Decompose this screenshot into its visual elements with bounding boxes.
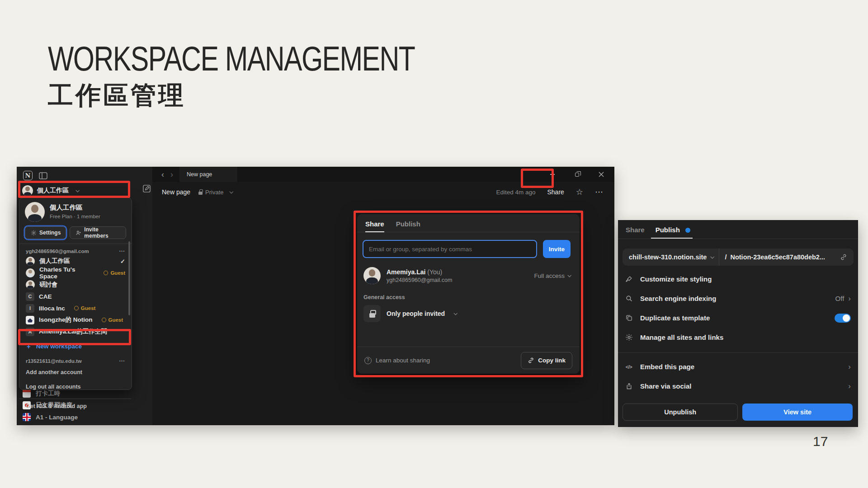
account-email: r13521611@ntu.edu.tw — [26, 358, 82, 364]
menu-item-manage-sites[interactable]: Manage all sites and links — [618, 328, 858, 347]
workspace-item-label: Isongzhe的 Notion — [39, 316, 93, 324]
uk-flag-icon — [23, 413, 31, 421]
favorite-star-icon[interactable]: ☆ — [576, 187, 583, 197]
site-domain: chill-stew-310.notion.site — [629, 253, 707, 261]
more-icon[interactable]: ⋯ — [595, 187, 604, 197]
privacy-label: Private — [205, 189, 223, 196]
tab-new-page[interactable]: New page — [179, 167, 237, 182]
dialog-tab-share[interactable]: Share — [365, 220, 384, 232]
member-email: ygh24865960@gmail.com — [387, 277, 452, 283]
new-workspace-label: New workspace — [36, 343, 82, 350]
divider — [618, 352, 858, 353]
workspace-item-personal[interactable]: 個人工作區 ✓ — [19, 255, 132, 267]
workspace-item-seminar[interactable]: 研討會 — [19, 279, 132, 291]
workspace-item-isongzhe[interactable]: Isongzhe的 Notion Guest — [19, 314, 132, 326]
help-icon: ? — [364, 357, 372, 364]
member-name: Amemiya.Lai — [387, 268, 425, 276]
indexing-status: Off — [835, 295, 844, 302]
account-row-primary: ygh24865960@gmail.com ⋯ — [19, 244, 132, 255]
access-level-dropdown[interactable]: Full access — [534, 272, 571, 279]
maximize-button[interactable] — [574, 171, 580, 178]
new-page-compose-icon[interactable] — [142, 184, 151, 193]
menu-item-label: Duplicate as template — [640, 314, 710, 322]
workspace-switcher[interactable]: 個人工作區 — [17, 182, 152, 200]
dialog-tab-publish[interactable]: Publish — [396, 220, 420, 232]
link-icon — [528, 357, 534, 364]
member-you-suffix: (You) — [427, 268, 442, 276]
get-app-item[interactable]: Get iOS & Android app — [19, 399, 132, 413]
slide-title-english: WORKSPACE MANAGEMENT — [48, 42, 415, 76]
minimize-button[interactable] — [549, 171, 556, 178]
divider — [618, 239, 858, 239]
site-path-field[interactable]: / Notion-23ea6c5ec87a80deb2... — [719, 253, 839, 261]
back-icon[interactable]: ‹ — [161, 170, 164, 178]
privacy-selector[interactable]: Private — [198, 189, 232, 196]
slide-title-chinese: 工作區管理 — [48, 79, 506, 113]
duplicate-icon — [624, 314, 633, 323]
sidebar-toggle-icon[interactable] — [39, 172, 47, 179]
gear-icon — [30, 230, 37, 236]
menu-item-label: Embed this page — [640, 363, 694, 371]
close-button[interactable] — [598, 171, 604, 178]
sidebar-page-label: A1 - Language — [36, 414, 78, 421]
duplicate-template-toggle[interactable] — [835, 314, 851, 323]
guest-badge: Guest — [104, 270, 125, 276]
guest-badge: Guest — [74, 305, 96, 311]
tab-label: New page — [187, 171, 212, 178]
account-row-secondary: r13521611@ntu.edu.tw ⋯ — [19, 352, 132, 365]
menu-item-duplicate-template[interactable]: Duplicate as template — [618, 308, 858, 328]
menu-item-share-social[interactable]: Share via social › — [618, 376, 858, 396]
published-live-dot — [685, 228, 690, 233]
workspace-item-charles[interactable]: Charles Tu's Space Guest — [19, 267, 132, 279]
logout-item[interactable]: Log out all accounts — [19, 380, 132, 394]
invite-members-button[interactable]: Invite members — [70, 226, 126, 239]
unpublish-button[interactable]: Unpublish — [623, 404, 738, 421]
chevron-right-icon: › — [848, 382, 851, 391]
code-icon: </> — [624, 362, 633, 371]
workspace-switcher-label: 個人工作區 — [37, 187, 69, 195]
settings-button[interactable]: Settings — [25, 226, 66, 239]
panel-tab-share[interactable]: Share — [626, 226, 645, 239]
scrollbar[interactable] — [128, 241, 130, 315]
link-icon[interactable] — [839, 253, 848, 262]
view-site-button[interactable]: View site — [742, 404, 853, 421]
menu-item-label: Manage all sites and links — [640, 333, 723, 341]
menu-item-label: Customize site styling — [640, 275, 712, 283]
workspace-item-tile: A — [26, 328, 34, 336]
settings-label: Settings — [39, 230, 61, 236]
add-account-item[interactable]: Add another account — [19, 365, 132, 380]
learn-about-sharing-link[interactable]: ? Learn about sharing — [364, 357, 430, 364]
search-icon — [624, 294, 633, 303]
copy-link-button[interactable]: Copy link — [521, 352, 572, 369]
workspace-item-tile — [26, 316, 34, 324]
workspace-item-avatar — [26, 257, 35, 266]
menu-item-search-indexing[interactable]: Search engine indexing Off › — [618, 289, 858, 308]
workspace-item-amemiya[interactable]: A Amemiya.Lai的工作空間 — [19, 326, 132, 338]
gear-icon — [624, 333, 633, 342]
invite-button[interactable]: Invite — [543, 240, 571, 258]
workspace-item-label: Charles Tu's Space — [39, 266, 94, 280]
general-access-row[interactable]: Only people invited — [357, 300, 580, 322]
general-access-label: General access — [357, 284, 580, 300]
menu-item-customize-styling[interactable]: Customize site styling — [618, 269, 858, 289]
workspace-menu-avatar — [25, 202, 45, 222]
workspace-menu: 個人工作區 Free Plan · 1 member Settings — [19, 197, 132, 390]
workspace-item-tile: I — [26, 304, 34, 313]
more-icon[interactable]: ⋯ — [119, 357, 125, 364]
menu-item-embed-page[interactable]: </> Embed this page › — [618, 357, 858, 376]
edited-timestamp: Edited 4m ago — [496, 189, 535, 196]
chevron-down-icon — [711, 255, 714, 258]
share-button[interactable]: Share — [547, 188, 564, 196]
more-icon[interactable]: ⋯ — [119, 248, 125, 254]
email-input[interactable] — [363, 240, 537, 258]
forward-icon[interactable]: › — [170, 170, 173, 178]
site-domain-dropdown[interactable]: chill-stew-310.notion.site — [623, 249, 719, 266]
workspace-item-illoca[interactable]: I Illoca Inc Guest — [19, 302, 132, 314]
workspace-item-cae[interactable]: C CAE — [19, 291, 132, 302]
titlebar: ‹ › New page — [152, 167, 614, 182]
workspace-item-avatar — [26, 268, 35, 277]
general-access-value: Only people invited — [387, 310, 445, 317]
new-workspace-button[interactable]: + New workspace — [19, 340, 132, 352]
breadcrumb[interactable]: New page — [162, 188, 190, 196]
panel-tab-publish[interactable]: Publish — [656, 226, 680, 239]
